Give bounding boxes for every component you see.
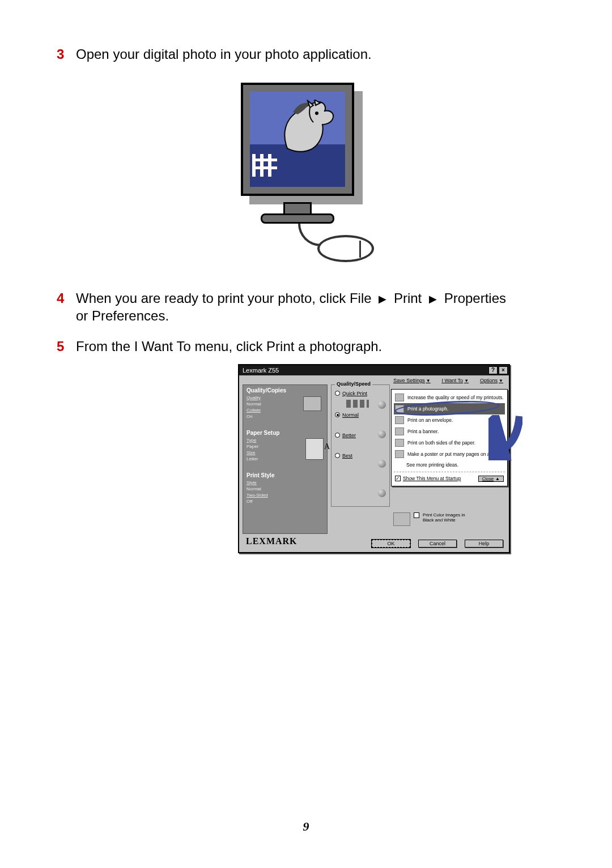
photo-icon <box>395 405 404 413</box>
sidebar: Quality/Copies Quality Normal Collate On… <box>243 384 328 534</box>
ok-button[interactable]: OK <box>372 540 410 548</box>
step-5: 5 From the I Want To menu, click Print a… <box>57 337 555 355</box>
poster-icon <box>395 450 404 458</box>
i-want-to-menu[interactable]: I Want To▼ <box>442 378 469 383</box>
help-button[interactable]: ? <box>488 366 498 374</box>
print-properties-dialog: Lexmark Z55 ? × Save Settings▼ I Want To… <box>238 364 510 553</box>
horse-icon <box>276 100 338 156</box>
dialog-title: Lexmark Z55 <box>243 367 279 374</box>
show-menu-label: Show This Menu at Startup <box>403 476 461 481</box>
step-5-number: 5 <box>57 337 70 355</box>
step-4-number: 4 <box>57 289 70 324</box>
quality-speed-title: Quality/Speed <box>335 381 372 387</box>
document-icon <box>305 438 324 460</box>
tab-print-style[interactable]: Print Style Style Normal Two-Sided Off <box>246 472 324 504</box>
close-button[interactable]: × <box>499 366 508 374</box>
printer-icon <box>303 396 321 411</box>
callout-arrow <box>488 415 522 460</box>
step-4-text: When you are ready to print your photo, … <box>76 289 506 324</box>
computer-illustration <box>232 80 380 267</box>
dialog-title-bar: Lexmark Z55 ? × <box>239 365 509 375</box>
step-3: 3 Open your digital photo in your photo … <box>57 45 555 63</box>
menu-item-more-ideas[interactable]: See more printing ideas. <box>394 460 505 470</box>
radio-best[interactable]: Best <box>335 453 387 459</box>
cancel-button[interactable]: Cancel <box>418 540 457 548</box>
page-number: 9 <box>0 819 612 834</box>
quality-speed-group: Quality/Speed Quick Print Normal <box>331 384 390 507</box>
duplex-icon <box>395 439 404 447</box>
options-menu[interactable]: Options▼ <box>480 378 503 383</box>
step-5-text: From the I Want To menu, click Print a p… <box>76 337 382 355</box>
help-button-bottom[interactable]: Help <box>465 540 503 548</box>
show-menu-checkbox[interactable]: ✓ <box>395 476 401 481</box>
envelope-icon <box>395 416 404 424</box>
menu-close-button[interactable]: Close▲ <box>478 476 504 482</box>
step-3-text: Open your digital photo in your photo ap… <box>76 45 372 63</box>
banner-icon <box>395 427 404 435</box>
menu-item-print-photograph[interactable]: Print a photograph. <box>394 403 505 414</box>
step-4: 4 When you are ready to print your photo… <box>57 289 555 324</box>
speed-icon <box>395 394 404 401</box>
radio-normal[interactable]: Normal <box>335 412 387 418</box>
menu-item-increase-quality[interactable]: Increase the quality or speed of my prin… <box>394 392 505 403</box>
lexmark-brand: LEXMARK <box>246 536 298 546</box>
step-3-number: 3 <box>57 45 70 63</box>
mouse-icon <box>317 235 374 262</box>
triangle-icon: ▶ <box>429 293 437 306</box>
svg-point-0 <box>315 112 318 115</box>
triangle-icon: ▶ <box>379 293 386 306</box>
radio-quick-print[interactable]: Quick Print <box>335 391 387 396</box>
save-settings-menu[interactable]: Save Settings▼ <box>393 378 430 383</box>
